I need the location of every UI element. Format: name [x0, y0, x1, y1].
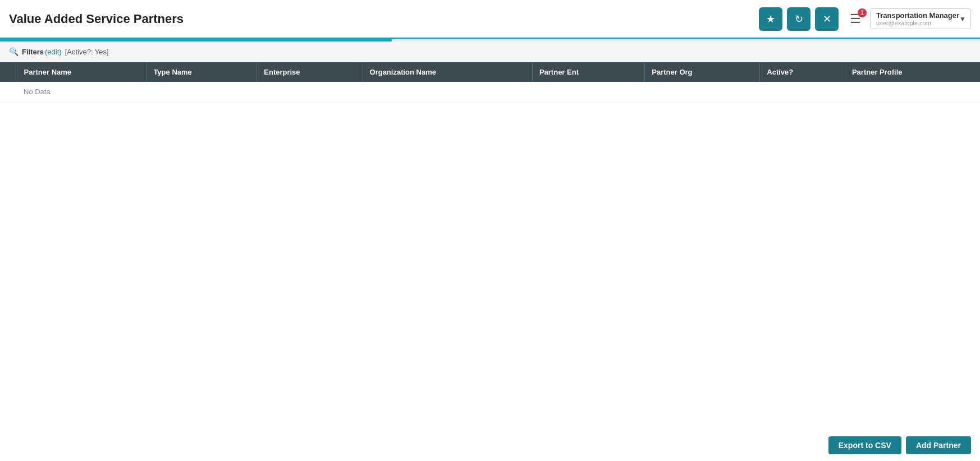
- col-partner-ent: Partner Ent: [532, 62, 644, 82]
- search-icon: 🔍: [9, 47, 19, 56]
- dropdown-arrow-icon: ▼: [959, 15, 966, 23]
- filters-edit-link[interactable]: (edit): [45, 48, 62, 56]
- notification-badge: 1: [858, 8, 867, 17]
- col-checkbox: [0, 62, 17, 82]
- partners-table: Partner Name Type Name Enterprise Organi…: [0, 62, 980, 102]
- no-data-checkbox-cell: [0, 82, 17, 102]
- col-active: Active?: [760, 62, 845, 82]
- close-button[interactable]: ✕: [815, 7, 839, 31]
- header: Value Added Service Partners ★ ↻ ✕ ☰ 1 T…: [0, 0, 980, 39]
- close-icon: ✕: [823, 13, 831, 25]
- refresh-button[interactable]: ↻: [787, 7, 810, 31]
- header-actions: ★ ↻ ✕ ☰ 1 Transportation Manager user@ex…: [759, 7, 971, 31]
- user-dropdown[interactable]: Transportation Manager user@example.com …: [870, 8, 971, 29]
- filters-value: [Active?: Yes]: [65, 48, 109, 56]
- col-enterprise: Enterprise: [257, 62, 363, 82]
- col-partner-profile: Partner Profile: [845, 62, 980, 82]
- star-icon: ★: [766, 13, 775, 25]
- col-partner-org: Partner Org: [645, 62, 760, 82]
- no-data-row: No Data: [0, 82, 980, 102]
- table-body: No Data: [0, 82, 980, 102]
- col-organization-name: Organization Name: [363, 62, 532, 82]
- no-data-cell: No Data: [17, 82, 980, 102]
- user-role: Transportation Manager: [876, 11, 959, 20]
- col-partner-name: Partner Name: [17, 62, 146, 82]
- star-button[interactable]: ★: [759, 7, 782, 31]
- table-wrapper: Partner Name Type Name Enterprise Organi…: [0, 62, 980, 102]
- filters-label: Filters: [22, 48, 44, 56]
- filters-bar: 🔍 Filters (edit) [Active?: Yes]: [0, 42, 980, 62]
- refresh-icon: ↻: [795, 13, 803, 25]
- col-type-name: Type Name: [146, 62, 257, 82]
- table-header: Partner Name Type Name Enterprise Organi…: [0, 62, 980, 82]
- page-title: Value Added Service Partners: [9, 12, 184, 26]
- menu-button[interactable]: ☰ 1: [845, 10, 865, 29]
- user-email: user@example.com: [876, 20, 931, 26]
